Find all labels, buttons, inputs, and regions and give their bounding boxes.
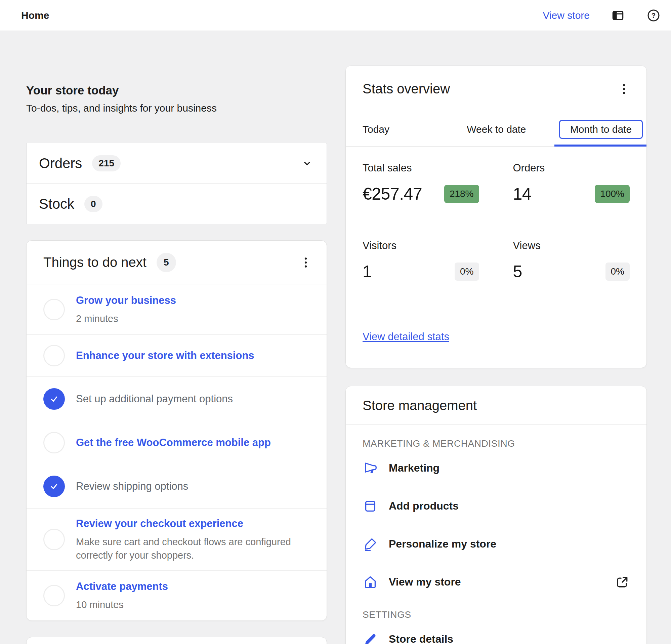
- chevron-down-icon: [301, 157, 313, 169]
- stock-label: Stock: [39, 196, 74, 212]
- stats-overview-card: Stats overview Today Week to date Month …: [345, 65, 647, 368]
- orders-count-badge: 215: [92, 155, 121, 172]
- activity-accordion: Orders 215 Stock 0: [26, 143, 327, 224]
- view-store-link[interactable]: View store: [543, 10, 590, 21]
- task-title[interactable]: Review your checkout experience: [76, 517, 304, 530]
- svg-text:?: ?: [651, 12, 656, 19]
- things-to-do-title: Things to do next: [43, 255, 147, 270]
- tab-label: Month to date: [570, 124, 632, 135]
- task-mobile-app[interactable]: Get the free WooCommerce mobile app: [27, 421, 327, 464]
- task-extensions[interactable]: Enhance your store with extensions: [27, 335, 327, 377]
- view-detailed-stats-link[interactable]: View detailed stats: [363, 331, 449, 343]
- menu-item-label: View my store: [389, 576, 461, 588]
- house-icon: [363, 574, 378, 590]
- stat-delta-badge: 0%: [606, 263, 630, 281]
- task-title[interactable]: Enhance your store with extensions: [76, 349, 254, 362]
- page-title: Home: [21, 10, 49, 21]
- stats-period-tabs: Today Week to date Month to date: [346, 112, 646, 147]
- task-title[interactable]: Get the free WooCommerce mobile app: [76, 436, 271, 450]
- things-to-do-card: Things to do next 5 Grow your business 2…: [26, 240, 327, 621]
- pencil-icon: [363, 632, 378, 644]
- task-payment-options[interactable]: Set up additional payment options: [27, 377, 327, 421]
- task-title[interactable]: Activate payments: [76, 580, 168, 593]
- stock-count-badge: 0: [84, 196, 102, 212]
- kebab-menu-icon[interactable]: [299, 255, 313, 270]
- next-card-partial: [26, 637, 327, 644]
- menu-item-label: Marketing: [389, 462, 440, 474]
- stat-label: Total sales: [363, 162, 479, 174]
- task-duration: 2 minutes: [76, 312, 176, 325]
- menu-item-marketing[interactable]: Marketing: [363, 449, 630, 487]
- task-checkbox[interactable]: [43, 529, 65, 550]
- menu-item-personalize-store[interactable]: Personalize my store: [363, 525, 630, 563]
- stat-value: 5: [513, 262, 522, 281]
- stat-delta-badge: 0%: [455, 263, 479, 281]
- menu-item-store-details[interactable]: Store details: [363, 620, 630, 644]
- stat-views: Views 5 0%: [496, 224, 647, 302]
- product-box-icon: [363, 498, 378, 514]
- stat-visitors: Visitors 1 0%: [346, 224, 496, 302]
- stat-delta-badge: 100%: [595, 185, 630, 203]
- megaphone-icon: [363, 460, 378, 476]
- tab-today[interactable]: Today: [346, 112, 450, 146]
- activity-panel-icon[interactable]: [611, 9, 625, 22]
- orders-accordion-row[interactable]: Orders 215: [27, 143, 327, 184]
- store-today-intro: Your store today To-dos, tips, and insig…: [26, 83, 327, 115]
- task-checkbox[interactable]: [43, 432, 65, 453]
- task-title[interactable]: Grow your business: [76, 294, 176, 307]
- stat-label: Orders: [513, 162, 630, 174]
- store-management-title: Store management: [363, 398, 477, 413]
- menu-item-view-store[interactable]: View my store: [363, 563, 630, 601]
- stats-overview-title: Stats overview: [363, 81, 450, 97]
- stock-accordion-row[interactable]: Stock 0: [27, 184, 327, 224]
- kebab-menu-icon[interactable]: [617, 82, 631, 97]
- task-checkbox-checked[interactable]: [43, 476, 65, 497]
- task-activate-payments[interactable]: Activate payments 10 minutes: [27, 571, 327, 620]
- section-label-settings: SETTINGS: [363, 609, 630, 620]
- task-checkbox-checked[interactable]: [43, 388, 65, 410]
- stat-label: Visitors: [363, 240, 479, 252]
- stat-orders: Orders 14 100%: [496, 147, 647, 224]
- task-duration: 10 minutes: [76, 598, 168, 611]
- stat-value: 1: [363, 262, 372, 281]
- section-title: Your store today: [26, 83, 327, 98]
- paintbrush-icon: [363, 536, 378, 552]
- task-checkout-experience[interactable]: Review your checkout experience Make sur…: [27, 508, 327, 571]
- stat-total-sales: Total sales €257.47 218%: [346, 147, 496, 224]
- section-label-marketing: MARKETING & MERCHANDISING: [363, 438, 630, 449]
- external-link-icon: [615, 575, 630, 590]
- menu-item-label: Store details: [389, 633, 453, 644]
- orders-label: Orders: [39, 155, 82, 172]
- menu-item-add-products[interactable]: Add products: [363, 487, 630, 525]
- store-management-card: Store management MARKETING & MERCHANDISI…: [345, 386, 647, 644]
- stat-label: Views: [513, 240, 630, 252]
- tab-week-to-date[interactable]: Week to date: [450, 112, 554, 146]
- stats-grid: Total sales €257.47 218% Orders 14 100% …: [346, 147, 646, 302]
- selected-tab-underline: [554, 144, 646, 147]
- task-grow-business[interactable]: Grow your business 2 minutes: [27, 285, 327, 335]
- task-checkbox[interactable]: [43, 585, 65, 606]
- task-description: Make sure cart and checkout flows are co…: [76, 535, 304, 562]
- task-title[interactable]: Review shipping options: [76, 480, 188, 493]
- task-checkbox[interactable]: [43, 345, 65, 366]
- menu-item-label: Add products: [389, 500, 459, 512]
- help-icon[interactable]: ?: [646, 8, 661, 23]
- stat-value: €257.47: [363, 184, 422, 204]
- things-count-badge: 5: [156, 253, 176, 272]
- menu-item-label: Personalize my store: [389, 538, 496, 550]
- task-shipping-options[interactable]: Review shipping options: [27, 464, 327, 508]
- section-subtitle: To-dos, tips, and insights for your busi…: [26, 102, 327, 115]
- stat-delta-badge: 218%: [444, 185, 479, 203]
- task-checkbox[interactable]: [43, 299, 65, 320]
- tab-month-to-date[interactable]: Month to date: [554, 112, 646, 146]
- task-title[interactable]: Set up additional payment options: [76, 392, 233, 406]
- stat-value: 14: [513, 184, 532, 204]
- topbar: Home View store ?: [0, 0, 671, 31]
